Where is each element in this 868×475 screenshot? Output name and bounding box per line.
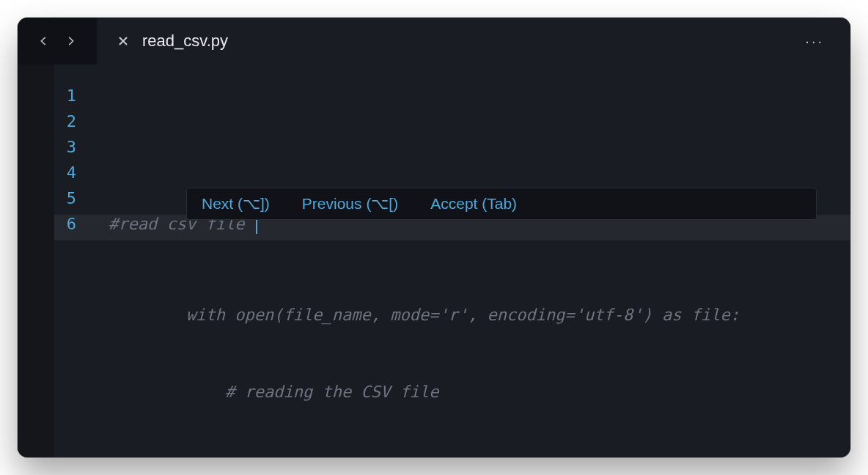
line-number: 2 <box>54 112 108 130</box>
ghost-line: # reading the CSV file <box>186 379 740 405</box>
titlebar-actions: ··· <box>805 33 850 50</box>
code-line[interactable]: 4 <box>54 163 850 189</box>
editor-content[interactable]: 1 2 3 4 5 6 #read csv file <box>54 65 850 457</box>
more-button[interactable]: ··· <box>805 33 824 49</box>
titlebar: read_csv.py ··· <box>18 18 850 65</box>
code-line[interactable]: 1 <box>54 86 850 112</box>
line-number: 4 <box>54 163 108 182</box>
code-line[interactable]: 3 <box>54 138 850 163</box>
suggestion-previous-button[interactable]: Previous (⌥[) <box>302 195 398 213</box>
nav-buttons <box>18 18 97 65</box>
close-icon[interactable] <box>117 35 129 47</box>
nav-forward-icon[interactable] <box>65 36 76 46</box>
line-number: 5 <box>54 189 108 207</box>
suggestion-next-button[interactable]: Next (⌥]) <box>202 195 270 213</box>
suggestion-accept-button[interactable]: Accept (Tab) <box>430 195 517 213</box>
ghost-suggestion: with open(file_name, mode='r', encoding=… <box>186 251 740 457</box>
line-number: 1 <box>54 86 108 105</box>
suggestion-toolbar: Next (⌥]) Previous (⌥[) Accept (Tab) <box>186 188 817 220</box>
code-line[interactable]: 2 <box>54 112 850 138</box>
ghost-line: with open(file_name, mode='r', encoding=… <box>186 302 740 328</box>
ghost-line: csvFile = csv.DictReader(file) <box>186 456 740 457</box>
tab-filename: read_csv.py <box>142 32 228 51</box>
gutter-background <box>18 65 54 457</box>
line-number: 3 <box>54 138 108 156</box>
editor-window: read_csv.py ··· 1 2 3 4 <box>18 18 850 457</box>
line-number: 6 <box>54 215 108 233</box>
nav-back-icon[interactable] <box>39 36 49 46</box>
active-tab[interactable]: read_csv.py <box>97 18 249 65</box>
editor-area: 1 2 3 4 5 6 #read csv file <box>18 65 850 457</box>
